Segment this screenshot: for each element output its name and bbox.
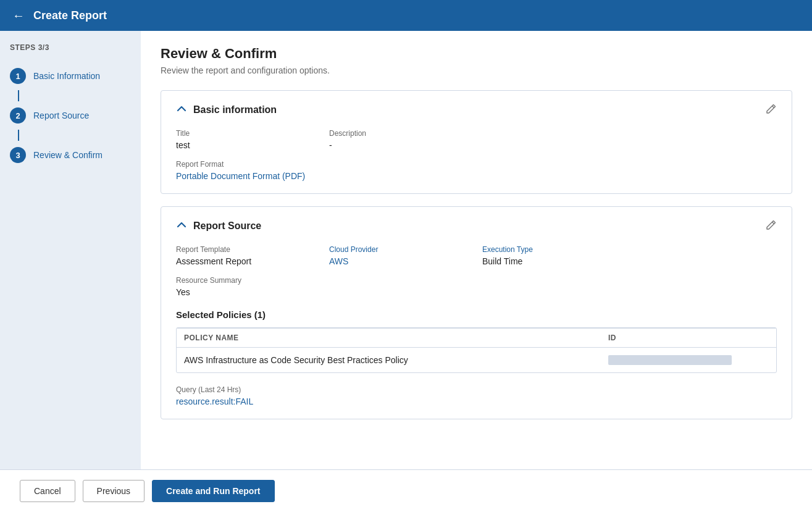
id-cell: [608, 355, 769, 365]
title-value: test: [176, 140, 299, 150]
app-header: ← Create Report: [0, 0, 812, 31]
description-field: Description -: [329, 129, 453, 150]
sidebar-item-report-source[interactable]: 2 Report Source: [0, 101, 141, 130]
page-subtitle: Review the report and configuration opti…: [161, 65, 792, 75]
table-row: AWS Infrastructure as Code Security Best…: [177, 348, 776, 372]
col-policy-name: POLICY NAME: [184, 334, 608, 342]
back-button[interactable]: ←: [12, 9, 25, 23]
resource-summary-field: Resource Summary Yes: [176, 276, 777, 297]
execution-type-value: Build Time: [482, 256, 606, 266]
policy-name-cell: AWS Infrastructure as Code Security Best…: [184, 355, 608, 365]
report-source-header: Report Source: [176, 219, 777, 233]
col-id: ID: [608, 334, 769, 342]
execution-type-field: Execution Type Build Time: [482, 245, 606, 266]
step-1-label: Basic Information: [33, 71, 100, 81]
footer: Cancel Previous Create and Run Report: [0, 469, 812, 512]
report-format-value: Portable Document Format (PDF): [176, 171, 777, 181]
template-field: Report Template Assessment Report: [176, 245, 299, 266]
report-source-fields-row-1: Report Template Assessment Report Cloud …: [176, 245, 777, 266]
report-source-title: Report Source: [193, 220, 261, 232]
resource-summary-label: Resource Summary: [176, 276, 777, 285]
basic-info-fields-row: Title test Description -: [176, 129, 777, 150]
sidebar-item-basic-info[interactable]: 1 Basic Information: [0, 62, 141, 90]
basic-info-header: Basic information: [176, 103, 777, 117]
step-1-circle: 1: [10, 68, 26, 84]
report-source-title-area: Report Source: [176, 219, 261, 233]
step-connector-2: [18, 130, 19, 141]
query-field: Query (Last 24 Hrs) resource.result:FAIL: [176, 385, 777, 406]
report-source-collapse-icon[interactable]: [176, 219, 187, 233]
step-3-circle: 3: [10, 147, 26, 163]
template-label: Report Template: [176, 245, 299, 254]
sidebar: STEPS 3/3 1 Basic Information 2 Report S…: [0, 31, 141, 469]
step-connector-1: [18, 90, 19, 101]
description-value: -: [329, 140, 453, 150]
app-title: Create Report: [33, 9, 107, 22]
main-layout: STEPS 3/3 1 Basic Information 2 Report S…: [0, 31, 812, 469]
page-title: Review & Confirm: [161, 46, 792, 62]
table-header: POLICY NAME ID: [177, 328, 776, 348]
resource-summary-value: Yes: [176, 287, 777, 297]
template-value: Assessment Report: [176, 256, 299, 266]
basic-info-title-area: Basic information: [176, 103, 277, 117]
report-source-card: Report Source Report Template Assessment…: [161, 206, 792, 419]
collapse-icon[interactable]: [176, 103, 187, 117]
report-format-label: Report Format: [176, 160, 777, 169]
execution-type-label: Execution Type: [482, 245, 606, 254]
step-3-label: Review & Confirm: [33, 150, 103, 160]
step-2-circle: 2: [10, 107, 26, 124]
sidebar-item-review-confirm[interactable]: 3 Review & Confirm: [0, 141, 141, 169]
description-label: Description: [329, 129, 453, 138]
selected-policies-title: Selected Policies (1): [176, 309, 777, 320]
step-2-label: Report Source: [33, 111, 89, 120]
query-label: Query (Last 24 Hrs): [176, 385, 777, 394]
cloud-provider-value: AWS: [329, 256, 453, 266]
cloud-provider-label: Cloud Provider: [329, 245, 453, 254]
policies-table: POLICY NAME ID AWS Infrastructure as Cod…: [176, 327, 777, 373]
report-format-field: Report Format Portable Document Format (…: [176, 160, 777, 181]
create-run-button[interactable]: Create and Run Report: [152, 480, 274, 502]
content-area: Review & Confirm Review the report and c…: [141, 31, 812, 469]
query-value: resource.result:FAIL: [176, 397, 777, 406]
basic-information-card: Basic information Title test Description…: [161, 90, 792, 194]
id-placeholder: [608, 355, 732, 365]
steps-label: STEPS 3/3: [0, 43, 141, 62]
cloud-provider-field: Cloud Provider AWS: [329, 245, 453, 266]
basic-info-edit-icon[interactable]: [766, 103, 777, 117]
report-source-edit-icon[interactable]: [766, 219, 777, 233]
previous-button[interactable]: Previous: [83, 480, 144, 502]
cancel-button[interactable]: Cancel: [20, 480, 75, 502]
title-label: Title: [176, 129, 299, 138]
basic-info-title: Basic information: [193, 104, 277, 115]
title-field: Title test: [176, 129, 299, 150]
